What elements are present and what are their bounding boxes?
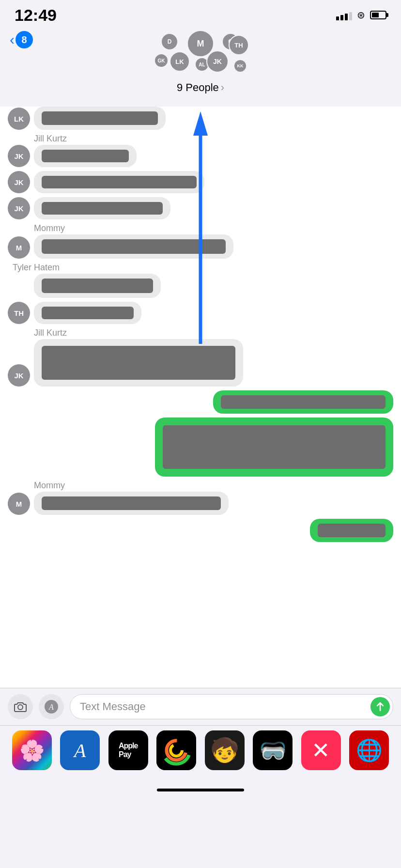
message-bubble [34, 339, 243, 387]
dock-apple-pay[interactable]: ApplePay [108, 730, 148, 770]
status-icons: ⊛ [336, 9, 386, 21]
avatar-jk-msg4: JK [8, 364, 30, 387]
send-button[interactable] [370, 697, 390, 716]
sender-name-mommy: Mommy [34, 223, 393, 233]
message-group-12 [8, 519, 393, 542]
people-count: 9 People [177, 81, 219, 94]
sender-name-jk2: Jill Kurtz [34, 328, 393, 338]
message-bubble [34, 107, 166, 130]
nav-header: ‹ 8 D M G GK LK AL JK TH KK 9 People › [0, 27, 401, 102]
dock-photos[interactable]: 🌸 [12, 730, 52, 770]
wifi-icon: ⊛ [357, 9, 365, 21]
message-row [8, 390, 393, 414]
camera-button[interactable] [8, 694, 33, 719]
message-area: LK Jill Kurtz JK JK JK [0, 107, 401, 688]
avatar-m-msg: M [8, 236, 30, 259]
game-icon: 🥽 [259, 737, 287, 763]
message-bubble [34, 302, 141, 324]
message-group-10 [8, 418, 393, 477]
appstore-icon: A [74, 739, 86, 762]
home-indicator [157, 789, 244, 791]
avatar-th: TH [229, 35, 249, 55]
avatar-th-msg: TH [8, 302, 30, 324]
dock-globe-app[interactable]: 🌐 [349, 730, 389, 770]
status-bar: 12:49 ⊛ [0, 0, 401, 27]
message-group-9 [8, 390, 393, 414]
avatar-d: D [161, 33, 178, 50]
message-row: M [8, 492, 393, 515]
dock-memoji[interactable]: 🧒 [205, 730, 245, 770]
back-chevron-icon: ‹ [10, 31, 15, 48]
dock-game[interactable]: 🥽 [253, 730, 293, 770]
avatar-m-msg2: M [8, 493, 30, 515]
text-message-input[interactable]: Text Message [70, 694, 393, 719]
send-icon [375, 702, 385, 712]
back-button[interactable]: ‹ 8 [10, 31, 33, 48]
dock-activity[interactable] [156, 730, 196, 770]
avatar-jk-msg2: JK [8, 171, 30, 193]
back-badge: 8 [15, 31, 33, 48]
memoji-icon: 🧒 [210, 737, 239, 764]
sender-name-mommy2: Mommy [34, 480, 393, 491]
avatar-jk-msg3: JK [8, 197, 30, 219]
camera-icon [14, 700, 27, 713]
input-placeholder: Text Message [80, 700, 146, 713]
input-bar: A Text Message [0, 688, 401, 725]
svg-point-2 [18, 705, 23, 710]
battery-icon [370, 11, 386, 19]
message-bubble [34, 492, 229, 515]
dock-app-store[interactable]: A [60, 730, 100, 770]
app-button[interactable]: A [39, 694, 64, 719]
svg-text:A: A [48, 703, 54, 711]
scroll-arrow [193, 107, 208, 349]
app-store-icon: A [44, 699, 59, 714]
chevron-right-icon: › [221, 81, 224, 94]
photos-icon: 🌸 [19, 739, 45, 762]
message-group-11: Mommy M [8, 480, 393, 515]
message-bubble [310, 519, 393, 542]
people-link[interactable]: 9 People › [177, 81, 224, 94]
svg-marker-1 [193, 111, 208, 136]
message-row [8, 418, 393, 477]
status-time: 12:49 [15, 6, 57, 25]
signal-icon [336, 10, 352, 20]
sender-name: Jill Kurtz [34, 134, 393, 144]
dock-heart-app[interactable]: ✕ [301, 730, 341, 770]
message-bubble [34, 197, 170, 219]
dock: 🌸 A ApplePay 🧒 🥽 ✕ 🌐 [0, 725, 401, 785]
avatar-gk: GK [154, 53, 169, 68]
globe-icon: 🌐 [356, 738, 383, 763]
avatar-jk: JK [206, 50, 229, 73]
message-bubble [155, 418, 393, 477]
applepay-icon: ApplePay [119, 742, 138, 759]
avatar-lk-msg: LK [8, 108, 30, 130]
avatar-cluster[interactable]: D M G GK LK AL JK TH KK [152, 31, 249, 79]
message-row [8, 519, 393, 542]
avatar-kk: KK [233, 59, 247, 73]
heart-icon: ✕ [311, 737, 330, 763]
message-bubble [213, 390, 393, 414]
message-bubble [34, 145, 137, 167]
avatar-lk: LK [170, 51, 190, 72]
avatar-jk-msg: JK [8, 145, 30, 167]
message-bubble [34, 274, 161, 298]
activity-icon [156, 730, 196, 770]
message-bubble [34, 171, 204, 193]
